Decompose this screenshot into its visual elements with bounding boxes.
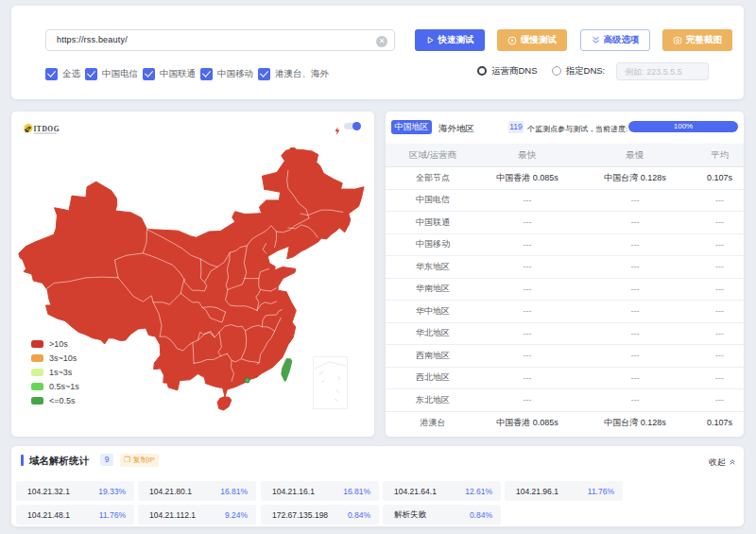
svg-text:ITDOG: ITDOG: [33, 125, 60, 133]
